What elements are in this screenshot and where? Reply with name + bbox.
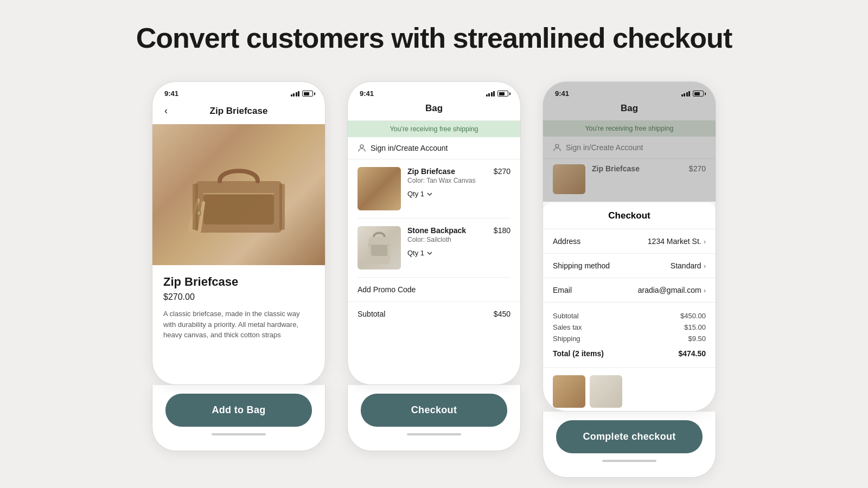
phone3-home-indicator: [602, 460, 656, 462]
phone1-status-right: [291, 91, 314, 97]
back-arrow-icon[interactable]: ‹: [162, 103, 170, 119]
total-row: Total (2 items) $474.50: [553, 348, 706, 359]
cart-item-1: Zip Briefcase Color: Tan Wax Canvas Qty …: [358, 159, 510, 219]
cart-item-1-image: [358, 167, 401, 210]
page-title: Convert customers with streamlined check…: [136, 22, 732, 54]
subtotal-row: Subtotal $450: [348, 302, 520, 326]
phone3-free-shipping: You're receiving free shipping: [543, 120, 716, 137]
phone1-battery: [302, 91, 313, 97]
phone3-item-thumb: [553, 164, 585, 194]
sign-in-text: Sign in/Create Account: [371, 144, 448, 152]
phone1-time: 9:41: [164, 89, 178, 98]
cart-item-2-name: Stone Backpack: [407, 226, 487, 235]
checkout-address-row[interactable]: Address 1234 Market St. ›: [543, 229, 716, 254]
phones-container: 9:41 ‹ Zip Briefcase: [33, 81, 835, 478]
email-chevron-icon: ›: [704, 286, 706, 294]
checkout-subtotal-value: $450.00: [680, 312, 706, 320]
phone3-top-area: 9:41 Bag: [543, 82, 716, 202]
total-label: Total (2 items): [553, 349, 604, 358]
phone3-bag-title: Bag: [621, 103, 638, 113]
checkout-subtotal-label: Subtotal: [553, 312, 579, 320]
phone3-item-details: Zip Briefcase: [592, 164, 682, 173]
phone3-signal: [681, 91, 691, 97]
cart-item-1-qty[interactable]: Qty 1: [407, 190, 487, 198]
phone2-sign-in[interactable]: Sign in/Create Account: [348, 137, 520, 159]
phone2-free-shipping: You're receiving free shipping: [348, 121, 520, 137]
checkout-email-row[interactable]: Email aradia@gmail.com ›: [543, 278, 716, 303]
subtotal-value: $450: [494, 310, 510, 318]
shipping-cost-label: Shipping: [553, 335, 580, 343]
subtotal-label: Subtotal: [358, 310, 385, 318]
promo-label: Add Promo Code: [358, 285, 416, 294]
product-price: $270.00: [163, 292, 314, 302]
shipping-chevron-icon: ›: [704, 262, 706, 270]
svg-rect-1: [203, 195, 274, 224]
phone2-wrapper: 9:41 Bag You're receivin: [347, 81, 521, 451]
qty-dropdown-icon: [426, 191, 433, 197]
checkout-totals: Subtotal $450.00 Sales tax $15.00 Shippi…: [543, 303, 716, 368]
address-value: 1234 Market St. ›: [648, 237, 706, 246]
phone1-status-bar: 9:41: [152, 82, 325, 101]
address-chevron-icon: ›: [704, 237, 706, 246]
phone3-time: 9:41: [555, 89, 569, 98]
phone3-item-price: $270: [689, 164, 706, 173]
email-value: aradia@gmail.com ›: [638, 286, 706, 294]
user-icon-3: [553, 143, 561, 152]
cart-item-2-details: Stone Backpack Color: Sailcloth Qty 1: [407, 226, 487, 257]
phone3-sign-in-text: Sign in/Create Account: [566, 143, 643, 152]
phone3-wrapper: 9:41 Bag: [542, 81, 716, 478]
checkout-shipping-row[interactable]: Shipping method Standard ›: [543, 254, 716, 278]
phone2-frame: 9:41 Bag You're receivin: [347, 81, 521, 385]
cart-item-1-name: Zip Briefcase: [407, 167, 487, 176]
address-label: Address: [553, 237, 580, 246]
phone2-header: Bag: [348, 101, 520, 121]
phone3-frame: 9:41 Bag: [542, 81, 716, 412]
checkout-modal: Checkout Address 1234 Market St. › Shipp…: [543, 203, 716, 411]
phone1-header-title: Zip Briefcase: [210, 106, 268, 117]
email-label: Email: [553, 286, 572, 294]
phone3-status-right: [681, 91, 704, 97]
subtotal-total-row: Subtotal $450.00: [553, 310, 706, 322]
cart-item-1-details: Zip Briefcase Color: Tan Wax Canvas Qty …: [407, 167, 487, 198]
svg-point-10: [556, 144, 559, 147]
phone2-cart-items: Zip Briefcase Color: Tan Wax Canvas Qty …: [348, 159, 520, 278]
cart-item-1-color: Color: Tan Wax Canvas: [407, 177, 487, 184]
phone3-item-name: Zip Briefcase: [592, 164, 682, 173]
phone1-header: ‹ Zip Briefcase: [152, 101, 325, 124]
phone3-greyed-item: Zip Briefcase $270: [543, 159, 716, 200]
checkout-title: Checkout: [543, 203, 716, 229]
cart-item-2-qty[interactable]: Qty 1: [407, 249, 487, 257]
briefcase-thumbnail: [358, 167, 401, 210]
phone2-header-title: Bag: [425, 103, 443, 113]
phone3-status-bar: 9:41: [543, 82, 716, 101]
phone2-home-indicator: [407, 433, 461, 435]
svg-rect-8: [371, 245, 387, 256]
complete-checkout-button[interactable]: Complete checkout: [556, 420, 703, 453]
phone1-wrapper: 9:41 ‹ Zip Briefcase: [152, 81, 326, 451]
cart-item-2: Stone Backpack Color: Sailcloth Qty 1 $1…: [358, 219, 510, 278]
phone1-frame: 9:41 ‹ Zip Briefcase: [152, 81, 326, 385]
phone3-battery: [693, 91, 704, 97]
backpack-thumbnail: [358, 226, 401, 269]
phone2-status-right: [486, 91, 509, 97]
phone2-bottom: Checkout: [347, 385, 521, 451]
promo-code-row[interactable]: Add Promo Code: [348, 278, 520, 302]
add-to-bag-button[interactable]: Add to Bag: [165, 394, 312, 427]
product-name: Zip Briefcase: [163, 275, 314, 289]
shipping-cost-value: $9.50: [688, 335, 706, 343]
cart-item-1-price: $270: [494, 167, 510, 176]
sales-tax-row: Sales tax $15.00: [553, 322, 706, 333]
product-image-container: [152, 124, 325, 265]
thumbnail-2: [590, 375, 622, 408]
thumbnail-1: [553, 375, 585, 408]
tax-value: $15.00: [684, 323, 706, 331]
qty-dropdown-icon-2: [426, 250, 433, 256]
total-value: $474.50: [678, 349, 706, 358]
phone3-bag-header: Bag: [543, 101, 716, 120]
checkout-button[interactable]: Checkout: [361, 394, 507, 427]
cart-item-2-color: Color: Sailcloth: [407, 236, 487, 243]
shipping-label: Shipping method: [553, 261, 610, 270]
product-description: A classic briefcase, made in the classic…: [163, 309, 314, 341]
svg-rect-4: [193, 184, 198, 230]
phone3-bottom: Complete checkout: [542, 412, 716, 478]
